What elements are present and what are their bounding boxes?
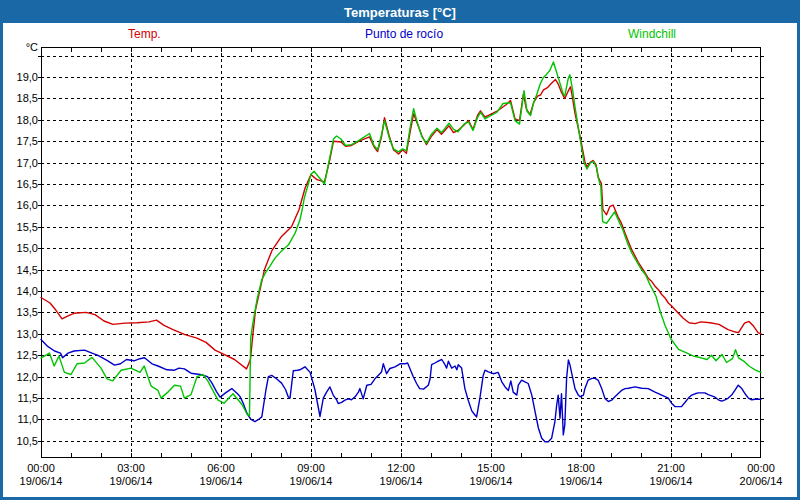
x-axis-label: 00:0020/06/14 — [740, 462, 783, 488]
x-axis-time: 12:00 — [380, 462, 423, 475]
y-axis-label: 12,0 — [3, 371, 38, 383]
y-axis-label: 11,0 — [3, 413, 38, 425]
y-axis-labels: 19,018,518,017,517,016,516,015,515,014,5… — [3, 47, 38, 458]
title-bar: Temperaturas [°C] — [3, 3, 797, 23]
x-axis-date: 19/06/14 — [560, 475, 603, 488]
x-axis-time: 09:00 — [290, 462, 333, 475]
x-axis-time: 18:00 — [560, 462, 603, 475]
x-axis-time: 00:00 — [740, 462, 783, 475]
x-axis-date: 19/06/14 — [470, 475, 513, 488]
legend-item-temp: Temp. — [128, 27, 161, 41]
x-axis-date: 19/06/14 — [290, 475, 333, 488]
legend-item-windchill: Windchill — [628, 27, 676, 41]
y-axis-label: 12,5 — [3, 349, 38, 361]
y-axis-label: 10,5 — [3, 435, 38, 447]
plot-area — [41, 47, 761, 458]
x-axis-label: 21:0019/06/14 — [650, 462, 693, 488]
y-axis-label: 15,0 — [3, 242, 38, 254]
x-axis-label: 03:0019/06/14 — [110, 462, 153, 488]
x-axis-date: 19/06/14 — [200, 475, 243, 488]
x-axis-label: 09:0019/06/14 — [290, 462, 333, 488]
x-axis-date: 20/06/14 — [740, 475, 783, 488]
y-axis-label: 14,5 — [3, 264, 38, 276]
x-axis-label: 18:0019/06/14 — [560, 462, 603, 488]
y-axis-label: 18,5 — [3, 92, 38, 104]
x-axis-label: 06:0019/06/14 — [200, 462, 243, 488]
y-axis-label: 16,5 — [3, 178, 38, 190]
chart-window: Temperaturas [°C] Temp. Punto de rocío W… — [0, 0, 800, 500]
y-axis-label: 15,5 — [3, 221, 38, 233]
y-axis-label: 14,0 — [3, 285, 38, 297]
x-axis-date: 19/06/14 — [650, 475, 693, 488]
x-axis-label: 12:0019/06/14 — [380, 462, 423, 488]
window-title: Temperaturas [°C] — [344, 5, 456, 20]
y-axis-label: 11,5 — [3, 392, 38, 404]
x-axis-time: 03:00 — [110, 462, 153, 475]
y-axis-label: 19,0 — [3, 71, 38, 83]
x-axis-labels: 00:0019/06/1403:0019/06/1406:0019/06/140… — [41, 462, 761, 492]
y-axis-label: 13,0 — [3, 328, 38, 340]
y-axis-label: 17,0 — [3, 157, 38, 169]
x-axis-label: 15:0019/06/14 — [470, 462, 513, 488]
y-axis-label: 17,5 — [3, 135, 38, 147]
x-axis-date: 19/06/14 — [20, 475, 63, 488]
x-axis-label: 00:0019/06/14 — [20, 462, 63, 488]
x-axis-date: 19/06/14 — [380, 475, 423, 488]
x-axis-time: 21:00 — [650, 462, 693, 475]
x-axis-time: 00:00 — [20, 462, 63, 475]
legend-item-dewpoint: Punto de rocío — [365, 27, 443, 41]
y-axis-label: 18,0 — [3, 114, 38, 126]
y-axis-label: 16,0 — [3, 199, 38, 211]
x-axis-date: 19/06/14 — [110, 475, 153, 488]
x-axis-time: 06:00 — [200, 462, 243, 475]
x-axis-time: 15:00 — [470, 462, 513, 475]
y-axis-label: 13,5 — [3, 306, 38, 318]
